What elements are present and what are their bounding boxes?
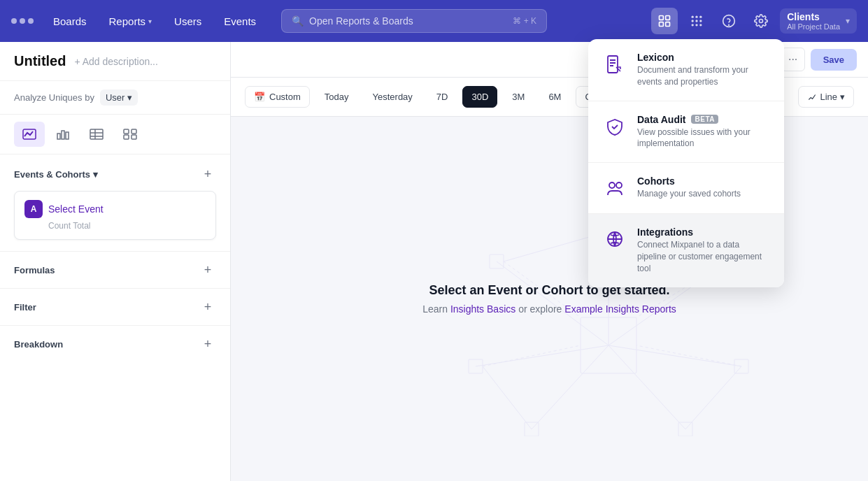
svg-rect-26 xyxy=(124,135,129,139)
svg-rect-27 xyxy=(131,135,136,139)
nav-events[interactable]: Events xyxy=(215,11,264,31)
page-title: Untitled xyxy=(14,53,66,69)
3m-btn[interactable]: 3M xyxy=(503,86,534,108)
svg-line-44 xyxy=(504,234,602,261)
yesterday-btn[interactable]: Yesterday xyxy=(364,86,422,108)
calendar-icon: 📅 xyxy=(254,92,265,102)
svg-rect-2 xyxy=(660,22,664,27)
events-cohorts-section: Events & Cohorts ▾ + A Select Event Coun… xyxy=(0,155,230,251)
nav-boards[interactable]: Boards xyxy=(45,11,95,31)
event-letter-icon: A xyxy=(24,200,43,218)
select-event-btn[interactable]: Select Event xyxy=(48,203,104,215)
viz-bar-btn[interactable] xyxy=(48,122,78,147)
nav-reports[interactable]: Reports ▾ xyxy=(101,11,161,31)
event-card-header: A Select Event xyxy=(24,200,206,218)
grid-icon-btn[interactable] xyxy=(683,8,710,34)
more-options-btn[interactable]: ··· xyxy=(781,48,805,71)
menu-item-cohorts[interactable]: Cohorts Manage your saved cohorts xyxy=(588,163,784,213)
svg-point-10 xyxy=(692,24,694,26)
help-icon-btn[interactable] xyxy=(716,8,742,34)
svg-line-34 xyxy=(532,345,609,429)
svg-point-11 xyxy=(696,24,698,26)
integrations-title: Integrations xyxy=(637,227,770,238)
add-filter-btn[interactable]: + xyxy=(199,299,216,315)
svg-line-35 xyxy=(609,345,685,429)
add-breakdown-btn[interactable]: + xyxy=(199,336,216,352)
lexicon-sub: Document and transform your events and p… xyxy=(637,64,770,88)
add-event-btn[interactable]: + xyxy=(199,166,216,182)
viz-line-btn[interactable] xyxy=(14,122,45,147)
event-count-label: Count Total xyxy=(24,221,206,231)
filter-section[interactable]: Filter + xyxy=(0,289,230,325)
line-chart-dropdown[interactable]: Line ▾ xyxy=(798,86,854,108)
svg-point-14 xyxy=(729,24,730,25)
client-selector[interactable]: Clients All Project Data ▾ xyxy=(780,8,857,34)
nav-users[interactable]: Users xyxy=(166,11,210,31)
cohorts-title: Cohorts xyxy=(637,175,741,187)
viz-type-row xyxy=(0,115,230,155)
30d-btn[interactable]: 30D xyxy=(462,86,497,108)
event-card: A Select Event Count Total xyxy=(14,191,216,240)
reports-chevron-icon: ▾ xyxy=(148,17,152,25)
svg-rect-18 xyxy=(62,131,64,139)
svg-point-4 xyxy=(692,16,694,18)
events-cohorts-title[interactable]: Events & Cohorts ▾ xyxy=(14,169,98,180)
cohorts-icon xyxy=(602,175,627,201)
svg-point-12 xyxy=(699,24,702,26)
custom-date-btn[interactable]: 📅 Custom xyxy=(245,86,310,108)
top-navigation: Boards Reports ▾ Users Events 🔍 Open Rep… xyxy=(0,0,868,42)
analyze-row: Analyze Uniques by User ▾ xyxy=(0,81,230,115)
svg-point-56 xyxy=(609,182,615,188)
today-btn[interactable]: Today xyxy=(315,86,358,108)
empty-state-sub: Learn Insights Basics or explore Example… xyxy=(422,303,676,315)
viz-table-btn[interactable] xyxy=(81,122,112,147)
viz-grid-btn[interactable] xyxy=(115,122,145,147)
svg-rect-17 xyxy=(57,134,60,139)
svg-point-8 xyxy=(696,20,698,22)
6m-btn[interactable]: 6M xyxy=(539,86,570,108)
global-search[interactable]: 🔍 Open Reports & Boards ⌘ + K xyxy=(281,9,547,33)
svg-line-33 xyxy=(609,345,741,366)
beta-badge: BETA xyxy=(691,115,718,124)
formulas-section[interactable]: Formulas + xyxy=(0,252,230,288)
analytics-icon-btn[interactable] xyxy=(651,8,678,34)
cohorts-sub: Manage your saved cohorts xyxy=(637,188,741,200)
example-reports-link[interactable]: Example Insights Reports xyxy=(564,303,676,315)
sidebar-header: Untitled + Add description... xyxy=(0,42,230,81)
data-audit-sub: View possible issues with your implement… xyxy=(637,127,770,150)
insights-basics-link[interactable]: Insights Basics xyxy=(450,303,515,315)
apps-dropdown-menu: Lexicon Document and transform your even… xyxy=(588,39,784,287)
user-chevron-icon: ▾ xyxy=(127,92,132,103)
svg-rect-24 xyxy=(124,129,129,134)
svg-rect-3 xyxy=(666,22,670,27)
page-layout: Untitled + Add description... Analyze Un… xyxy=(0,42,868,481)
svg-point-7 xyxy=(692,20,694,22)
svg-point-6 xyxy=(699,16,702,18)
7d-btn[interactable]: 7D xyxy=(427,86,457,108)
svg-line-46 xyxy=(483,366,532,429)
app-logo xyxy=(11,18,34,24)
search-icon: 🔍 xyxy=(292,15,304,27)
breakdown-section[interactable]: Breakdown + xyxy=(0,326,230,362)
settings-icon-btn[interactable] xyxy=(748,8,774,34)
save-button[interactable]: Save xyxy=(811,49,857,71)
integrations-icon xyxy=(602,227,627,252)
user-select-dropdown[interactable]: User ▾ xyxy=(100,89,138,106)
svg-line-47 xyxy=(685,366,741,429)
menu-item-lexicon[interactable]: Lexicon Document and transform your even… xyxy=(588,39,784,101)
svg-rect-19 xyxy=(66,132,69,139)
nav-actions: Clients All Project Data ▾ xyxy=(651,8,857,34)
add-formula-btn[interactable]: + xyxy=(199,261,216,278)
menu-item-integrations[interactable]: Integrations Connect Mixpanel to a data … xyxy=(588,214,784,287)
svg-point-9 xyxy=(699,20,702,22)
events-cohorts-chevron-icon: ▾ xyxy=(93,169,98,180)
svg-rect-52 xyxy=(608,56,618,73)
svg-rect-20 xyxy=(90,129,103,139)
svg-rect-0 xyxy=(660,16,664,20)
svg-line-32 xyxy=(476,345,609,366)
menu-item-data-audit[interactable]: Data AuditBETA View possible issues with… xyxy=(588,101,784,163)
svg-rect-25 xyxy=(131,129,136,134)
add-description[interactable]: + Add description... xyxy=(74,56,157,67)
events-cohorts-header: Events & Cohorts ▾ + xyxy=(14,166,216,182)
data-audit-title: Data AuditBETA xyxy=(637,114,770,125)
